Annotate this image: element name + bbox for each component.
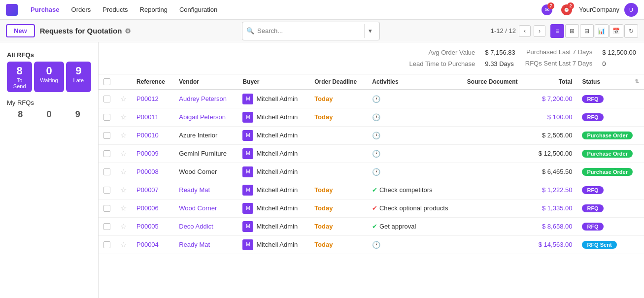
header-buyer[interactable]: Buyer [237,74,309,90]
favorite-star-icon[interactable]: ☆ [120,240,127,249]
vendor-link[interactable]: Ready Mat [179,186,210,194]
reference-link[interactable]: P00012 [136,95,159,102]
favorite-star-icon[interactable]: ☆ [120,95,127,103]
waiting-label: Waiting [40,77,58,83]
reference-link[interactable]: P00009 [136,150,159,157]
reference-link[interactable]: P00006 [136,204,159,212]
deadline-today: Today [314,95,333,102]
header-reference[interactable]: Reference [132,74,174,90]
vendor-link[interactable]: Deco Addict [179,223,213,230]
row-checkbox[interactable] [103,132,110,139]
header-status[interactable]: Status ⇅ [577,74,644,90]
my-waiting-count[interactable]: 0 [35,109,62,120]
row-checkbox[interactable] [103,205,110,212]
row-activity: ✔ Get approval [367,217,462,235]
row-checkbox[interactable] [103,241,110,248]
header-select-all[interactable] [99,74,115,90]
favorite-star-icon[interactable]: ☆ [120,113,127,121]
user-avatar[interactable]: U [624,3,638,17]
to-send-card[interactable]: 8 To Send [7,62,32,92]
header-vendor[interactable]: Vendor [174,74,237,90]
nav-products[interactable]: Products [98,4,133,15]
pagination-info: 1-12 / 12 ‹ › [491,25,545,37]
nav-orders[interactable]: Orders [67,4,96,15]
activity-label[interactable]: Get approval [379,223,416,230]
nav-purchase[interactable]: Purchase [26,4,65,15]
activity-clock-icon[interactable]: 🕐 [372,95,380,103]
late-card[interactable]: 9 Late [66,62,91,92]
nav-reporting[interactable]: Reporting [135,4,172,15]
row-star-cell: ☆ [115,217,132,235]
waiting-card[interactable]: 0 Waiting [34,62,64,92]
row-checkbox[interactable] [103,96,110,102]
reference-link[interactable]: P00004 [136,241,159,248]
favorite-star-icon[interactable]: ☆ [120,186,127,194]
new-button[interactable]: New [6,24,35,37]
activity-clock-icon[interactable]: 🕐 [372,150,380,158]
calendar-view-button[interactable]: 📅 [610,24,623,38]
prev-page-button[interactable]: ‹ [519,25,531,37]
select-all-checkbox[interactable] [103,78,110,85]
next-page-button[interactable]: › [534,25,545,37]
activity-label[interactable]: Check competitors [379,186,433,194]
activity-clock-icon[interactable]: 🕐 [372,132,380,139]
list-view-button[interactable]: ≡ [550,24,564,38]
reference-link[interactable]: P00007 [136,186,159,194]
chart-view-button[interactable]: 📊 [595,24,609,38]
total-amount[interactable]: $ 7,200.00 [542,95,572,102]
activity-clock-icon[interactable]: 🕐 [372,241,380,249]
my-late-count[interactable]: 9 [65,109,91,120]
row-deadline: Today [309,108,367,126]
buyer-name: Mitchell Admin [256,132,298,139]
messages-button[interactable]: ✉ 7 [540,2,554,17]
total-amount[interactable]: $ 100.00 [547,113,573,121]
reference-link[interactable]: P00011 [136,113,159,121]
favorite-star-icon[interactable]: ☆ [120,204,127,212]
settings-view-button[interactable]: ↻ [624,24,638,38]
header-activities[interactable]: Activities [367,74,462,90]
vendor-link[interactable]: Ready Mat [179,241,210,248]
activity-clock-icon[interactable]: 🕐 [372,113,380,121]
row-star-cell: ☆ [115,126,132,144]
table-row: ☆P00008Wood CornerMMitchell Admin🕐$ 6,46… [99,163,644,181]
activity-label[interactable]: Check optional products [379,204,448,212]
vendor-link[interactable]: Audrey Peterson [179,95,227,102]
row-checkbox[interactable] [103,223,110,230]
all-rfqs-filter[interactable]: All RFQs [0,48,98,62]
favorite-star-icon[interactable]: ☆ [120,149,127,158]
row-checkbox[interactable] [103,187,110,194]
grid-view-button[interactable]: ⊟ [580,24,594,38]
reference-link[interactable]: P00005 [136,223,159,230]
search-input[interactable] [257,27,361,34]
search-icon: 🔍 [246,27,254,34]
vendor-link[interactable]: Abigail Peterson [179,113,226,121]
app-logo[interactable] [6,4,18,16]
settings-gear-icon[interactable]: ⚙ [125,27,131,35]
reference-link[interactable]: P00010 [136,132,159,139]
favorite-star-icon[interactable]: ☆ [120,131,127,139]
total-amount[interactable]: $ 8,658.00 [542,223,572,230]
row-checkbox[interactable] [103,168,110,175]
kanban-view-button[interactable]: ⊞ [565,24,579,38]
favorite-star-icon[interactable]: ☆ [120,167,127,176]
favorite-star-icon[interactable]: ☆ [120,222,127,231]
row-total: $ 8,658.00 [529,217,577,235]
search-dropdown-button[interactable]: ▾ [364,24,375,38]
row-checkbox[interactable] [103,114,110,121]
total-amount[interactable]: $ 14,563.00 [539,241,573,248]
total-amount[interactable]: $ 1,222.50 [542,186,572,194]
row-checkbox[interactable] [103,150,110,157]
total-amount[interactable]: $ 1,335.00 [542,204,572,212]
reference-link[interactable]: P00008 [136,168,159,175]
header-source[interactable]: Source Document [462,74,529,90]
my-rfqs-filter[interactable]: My RFQs [0,96,98,109]
activities-button[interactable]: ⏰ 2 [559,2,574,17]
header-total[interactable]: Total [529,74,577,90]
table-row: ☆P00011Abigail PetersonMMitchell AdminTo… [99,108,644,126]
sort-icon[interactable]: ⇅ [635,78,639,85]
vendor-link[interactable]: Wood Corner [179,204,217,212]
my-to-send-count[interactable]: 8 [7,109,34,120]
activity-clock-icon[interactable]: 🕐 [372,168,380,176]
header-deadline[interactable]: Order Deadline [309,74,367,90]
nav-configuration[interactable]: Configuration [174,4,222,15]
